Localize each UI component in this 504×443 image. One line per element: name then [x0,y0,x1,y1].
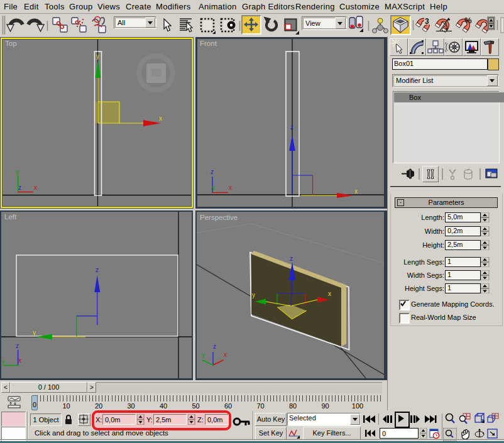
svg-text:z: z [213,343,216,350]
svg-text:z: z [211,168,214,175]
svg-text:20: 20 [95,402,102,410]
svg-text:80: 80 [289,402,297,410]
svg-text:x: x [159,115,162,122]
svg-text:10: 10 [62,402,70,410]
svg-text:y: y [212,184,215,191]
svg-text:y: y [202,351,205,358]
svg-text:3: 3 [425,17,429,26]
svg-text:y: y [16,168,19,175]
svg-text:%: % [464,16,472,25]
svg-text:x: x [354,188,358,195]
svg-text:x: x [229,184,232,191]
svg-text:y: y [2,358,5,365]
svg-text:x: x [328,290,331,297]
svg-text:x: x [224,351,227,358]
svg-text:z: z [290,124,293,131]
svg-text:y: y [33,329,36,336]
svg-text:y: y [96,53,99,60]
svg-text:50: 50 [192,402,199,410]
svg-text:70: 70 [256,402,264,410]
svg-text:z: z [96,266,99,273]
svg-text:y: y [252,292,255,298]
svg-text:40: 40 [160,402,167,410]
svg-text:z: z [16,342,19,349]
svg-text:z: z [290,255,293,262]
svg-text:z: z [18,184,21,191]
svg-text:x: x [18,357,21,364]
svg-text:x: x [34,184,37,191]
svg-text:30: 30 [127,402,134,410]
svg-text:90: 90 [321,402,329,410]
svg-text:100: 100 [352,402,363,410]
svg-text:60: 60 [224,402,232,410]
